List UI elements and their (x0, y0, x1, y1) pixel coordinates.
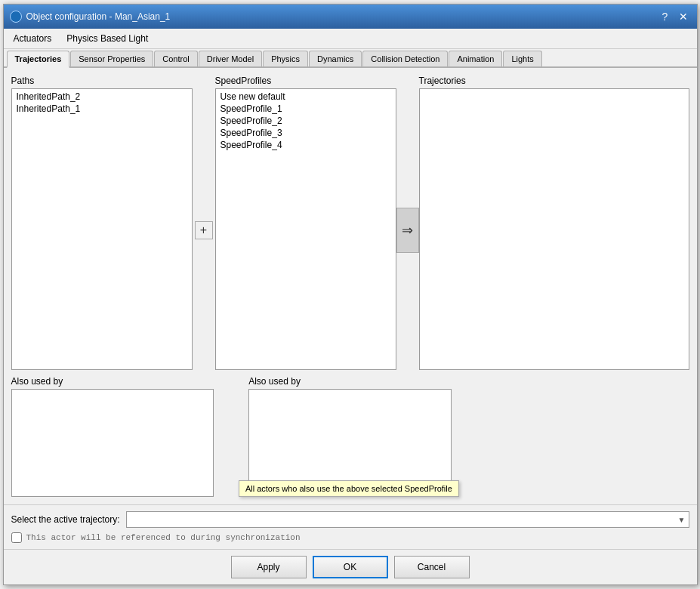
plus-button[interactable]: + (195, 221, 213, 239)
tab-driver-model[interactable]: Driver Model (199, 51, 262, 66)
plus-col: + (193, 91, 215, 370)
list-item[interactable]: InheritedPath_2 (14, 91, 190, 103)
menu-physics-based-light[interactable]: Physics Based Light (60, 30, 155, 47)
globe-icon (10, 11, 22, 23)
active-trajectory-row: Select the active trajectory: ▼ (11, 511, 689, 528)
tab-bar: Trajectories Sensor Properties Control D… (4, 49, 697, 68)
speed-profiles-listbox[interactable]: Use new default SpeedProfile_1 SpeedProf… (215, 88, 396, 370)
also-used-paths-label: Also used by (11, 376, 214, 387)
apply-button[interactable]: Apply (231, 556, 307, 578)
also-used-paths-listbox[interactable] (11, 389, 214, 497)
tab-sensor-properties[interactable]: Sensor Properties (70, 51, 153, 66)
tab-lights[interactable]: Lights (503, 51, 541, 66)
bottom-panels-row: Also used by Also used by All actors who… (11, 376, 689, 497)
also-used-speeds-section: Also used by All actors who also use the… (248, 376, 452, 497)
active-trajectory-combo[interactable]: ▼ (126, 511, 689, 528)
tab-trajectories[interactable]: Trajectories (7, 51, 70, 68)
tab-physics[interactable]: Physics (263, 51, 308, 66)
checkbox-row: This actor will be referenced to during … (11, 532, 689, 543)
trajectories-col: Trajectories (419, 76, 689, 370)
trajectories-listbox[interactable] (419, 88, 689, 370)
right-empty-area (486, 376, 689, 497)
speed-profiles-label: SpeedProfiles (215, 76, 396, 86)
arrow-col: ⇒ (396, 91, 419, 370)
menu-actuators[interactable]: Actuators (7, 30, 59, 47)
main-content: Paths InheritedPath_2 InheritedPath_1 + … (4, 68, 697, 504)
tab-collision-detection[interactable]: Collision Detection (362, 51, 448, 66)
paths-col: Paths InheritedPath_2 InheritedPath_1 (11, 76, 193, 370)
list-item[interactable]: SpeedProfile_3 (217, 127, 394, 139)
trajectories-label: Trajectories (419, 76, 689, 86)
title-controls: ? ✕ (658, 10, 691, 23)
ok-button[interactable]: OK (313, 556, 388, 578)
tab-control[interactable]: Control (154, 51, 197, 66)
list-item[interactable]: SpeedProfile_4 (217, 139, 394, 151)
main-window: Object configuration - Man_Asian_1 ? ✕ A… (3, 4, 698, 585)
combo-arrow-icon: ▼ (678, 516, 686, 524)
also-used-speeds-label: Also used by (248, 376, 452, 387)
title-bar: Object configuration - Man_Asian_1 ? ✕ (4, 5, 697, 29)
tab-animation[interactable]: Animation (449, 51, 502, 66)
paths-label: Paths (11, 76, 193, 86)
active-trajectory-label: Select the active trajectory: (11, 514, 120, 525)
bottom-controls: Select the active trajectory: ▼ This act… (4, 504, 697, 549)
panels-top: Paths InheritedPath_2 InheritedPath_1 + … (11, 76, 689, 370)
sync-checkbox[interactable] (11, 532, 22, 543)
button-row: Apply OK Cancel (4, 549, 697, 584)
list-item[interactable]: Use new default (217, 91, 394, 103)
tooltip-text: All actors who also use the above select… (239, 480, 459, 497)
also-used-paths-section: Also used by (11, 376, 214, 497)
list-item[interactable]: SpeedProfile_1 (217, 103, 394, 115)
window-title: Object configuration - Man_Asian_1 (26, 11, 171, 22)
tab-dynamics[interactable]: Dynamics (309, 51, 362, 66)
menu-bar: Actuators Physics Based Light (4, 29, 697, 49)
cancel-button[interactable]: Cancel (394, 556, 470, 578)
help-button[interactable]: ? (658, 10, 673, 23)
speed-profiles-col: SpeedProfiles Use new default SpeedProfi… (215, 76, 396, 370)
paths-listbox[interactable]: InheritedPath_2 InheritedPath_1 (11, 88, 193, 370)
list-item[interactable]: SpeedProfile_2 (217, 115, 394, 127)
list-item[interactable]: InheritedPath_1 (14, 103, 190, 115)
close-button[interactable]: ✕ (676, 10, 691, 23)
arrow-button[interactable]: ⇒ (396, 208, 419, 253)
sync-checkbox-label: This actor will be referenced to during … (26, 533, 301, 542)
